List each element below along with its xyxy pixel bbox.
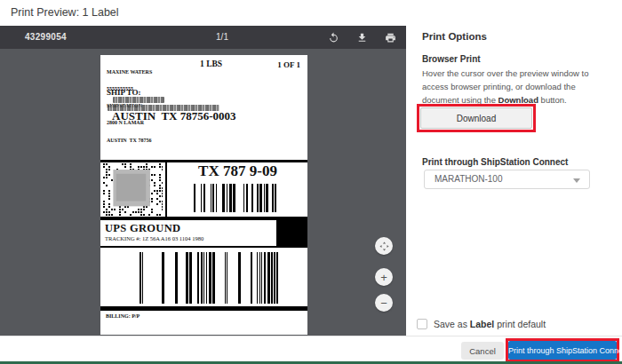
browser-print-description: Hover the cursor over the preview window… <box>422 67 593 107</box>
browser-print-heading: Browser Print <box>422 54 481 64</box>
dialog-footer: Cancel Print through ShipStation Connect <box>0 336 622 361</box>
cancel-button[interactable]: Cancel <box>461 342 504 360</box>
save-default-option[interactable]: Save as Label print default <box>417 319 546 329</box>
routing-code: TX 787 9-09 <box>168 162 307 180</box>
save-default-checkbox[interactable] <box>417 319 427 329</box>
zoom-out-icon[interactable]: − <box>375 294 393 312</box>
tracking-barcode <box>140 252 278 304</box>
print-through-connect-button[interactable]: Print through ShipStation Connect <box>508 341 617 360</box>
label-divider <box>100 306 307 311</box>
redacted-recipient-name <box>113 97 164 103</box>
print-options-panel: Print Options Browser Print Hover the cu… <box>406 26 622 336</box>
routing-barcode <box>194 184 276 212</box>
document-id: 43299054 <box>25 32 67 42</box>
fit-screen-icon[interactable] <box>375 237 393 255</box>
selected-printer: MARATHON-100 <box>435 174 503 184</box>
chevron-down-icon <box>573 178 580 183</box>
label-divider <box>100 246 307 248</box>
tracking-number: TRACKING #: 1Z 56A A16 03 1104 1980 <box>105 235 203 241</box>
connect-heading: Print through ShipStation Connect <box>422 157 568 167</box>
ship-to-heading: SHIP TO: <box>107 88 140 97</box>
page-indicator: 1/1 <box>216 32 228 42</box>
dialog-titlebar: Print Preview: 1 Label <box>0 0 622 26</box>
service-name: UPS GROUND <box>105 222 180 235</box>
package-weight: 1 LBS <box>200 59 222 68</box>
printer-select[interactable]: MARATHON-100 <box>424 170 590 189</box>
panel-title: Print Options <box>422 31 487 42</box>
save-default-label: Save as Label print default <box>434 319 546 329</box>
rotate-icon[interactable] <box>327 31 340 44</box>
download-button[interactable]: Download <box>420 107 532 129</box>
dialog-title: Print Preview: 1 Label <box>11 6 119 19</box>
zoom-in-icon[interactable]: + <box>375 268 393 286</box>
print-connect-highlight-box: Print through ShipStation Connect <box>506 338 619 362</box>
ship-to-city: AUSTIN TX 78756-0003 <box>112 109 236 123</box>
download-icon[interactable] <box>355 31 369 44</box>
print-preview-dialog: Print Preview: 1 Label 43299054 1/1 MAXI… <box>0 0 622 364</box>
maxicode-barcode <box>103 163 163 216</box>
service-black-block <box>276 217 307 247</box>
preview-area[interactable]: MAXINE WATERS 5555555555 SHIPSTATION 280… <box>0 49 406 336</box>
label-page-count: 1 OF 1 <box>277 60 300 69</box>
print-icon[interactable] <box>384 31 397 44</box>
toolbar-actions <box>327 26 401 49</box>
preview-toolbar: 43299054 1/1 <box>0 26 406 49</box>
shipping-label: MAXINE WATERS 5555555555 SHIPSTATION 280… <box>100 55 307 335</box>
billing-info: BILLING: P/P <box>106 313 140 319</box>
download-highlight-box: Download <box>417 104 536 132</box>
label-vertical-divider <box>165 160 167 218</box>
